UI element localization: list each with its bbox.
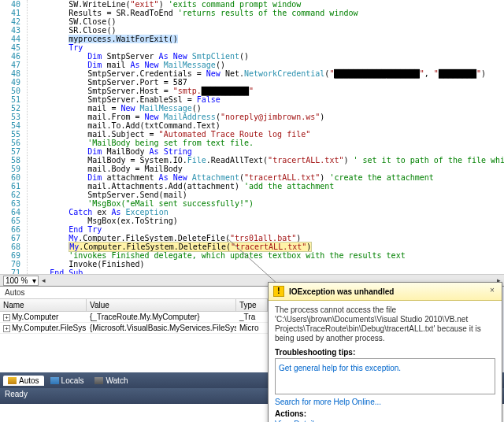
code-line[interactable]: Try	[31, 43, 504, 52]
autos-icon	[8, 377, 17, 384]
tips-link[interactable]: Get general help for this exception.	[279, 364, 491, 372]
code-line[interactable]: 'MsgBox("eMail sent successfully!")	[31, 199, 504, 208]
line-number-gutter: 4041424344454647484950515253545556575859…	[0, 0, 28, 274]
autos-row[interactable]: +My.Computer{_TraceRoute.My.MyComputer}_…	[0, 312, 268, 323]
code-editor[interactable]: 4041424344454647484950515253545556575859…	[0, 0, 504, 274]
warning-icon	[273, 286, 284, 297]
code-line[interactable]: mail.Subject = "Automated Trace Route lo…	[31, 130, 504, 139]
code-line[interactable]: SW.Close()	[31, 17, 504, 26]
tab-autos[interactable]: Autos	[3, 376, 44, 386]
code-line[interactable]: Dim attachment As New Attachment("tracer…	[31, 173, 504, 182]
col-name[interactable]: Name	[0, 299, 87, 311]
tab-locals[interactable]: Locals	[46, 376, 89, 386]
expand-icon[interactable]: +	[3, 314, 10, 321]
close-icon[interactable]: ×	[487, 287, 497, 296]
status-text: Ready	[5, 390, 28, 398]
col-type[interactable]: Type	[236, 299, 268, 311]
code-line[interactable]: End Sub	[31, 268, 504, 274]
expand-icon[interactable]: +	[3, 325, 10, 332]
tips-box[interactable]: Get general help for this exception.	[275, 358, 495, 394]
autos-header-row: Name Value Type	[0, 298, 268, 312]
chevron-down-icon: ▾	[32, 276, 36, 285]
watch-icon	[94, 377, 103, 384]
code-line[interactable]: SmtpServer.Credentials = New Net.Network…	[31, 69, 504, 78]
code-line[interactable]: Invoke(Finished)	[31, 260, 504, 268]
nav-left-icon[interactable]: ◂	[42, 276, 46, 284]
code-line[interactable]: Dim SmtpServer As New SmtpClient()	[31, 52, 504, 61]
code-line[interactable]: 'MailBody being set from text file.	[31, 139, 504, 147]
code-line[interactable]: 'invokes Finished delegate, which update…	[31, 251, 504, 260]
code-area[interactable]: SW.WriteLine("exit") 'exits command prom…	[28, 0, 504, 274]
code-line[interactable]: mail.To.Add(txtCommand.Text)	[31, 121, 504, 130]
code-line[interactable]: mail.Body = MailBody	[31, 165, 504, 173]
code-line[interactable]: SmtpServer.Port = 587	[31, 78, 504, 87]
code-line[interactable]: End Try	[31, 225, 504, 234]
code-line[interactable]: mail = New MailMessage()	[31, 104, 504, 113]
search-help-link[interactable]: Search for more Help Online...	[275, 398, 495, 406]
col-value[interactable]: Value	[87, 299, 236, 311]
autos-title: Autos	[0, 287, 268, 298]
code-line[interactable]: Catch ex As Exception	[31, 208, 504, 217]
code-line[interactable]: mail.From = New MailAddress("noreply@jim…	[31, 113, 504, 121]
code-line[interactable]: ➤ My.Computer.FileSystem.DeleteFile("tra…	[31, 242, 504, 251]
code-line[interactable]: SR.Close()	[31, 26, 504, 35]
code-line[interactable]: myprocess.WaitForExit()	[31, 35, 504, 43]
autos-row[interactable]: +My.Computer.FileSys{Microsoft.VisualBas…	[0, 323, 268, 334]
code-line[interactable]: Dim MailBody As String	[31, 147, 504, 156]
exception-title: IOException was unhandled	[289, 287, 483, 296]
locals-icon	[50, 377, 59, 384]
code-line[interactable]: MailBody = System.IO.File.ReadAllText("t…	[31, 156, 504, 165]
code-line[interactable]: SW.WriteLine("exit") 'exits command prom…	[31, 0, 504, 9]
code-line[interactable]: Results = SR.ReadToEnd 'returns results …	[31, 9, 504, 17]
code-line[interactable]: MsgBox(ex.ToString)	[31, 217, 504, 225]
autos-panel: Autos Name Value Type +My.Computer{_Trac…	[0, 286, 268, 372]
exception-popup: IOException was unhandled × The process …	[268, 282, 502, 422]
tips-header: Troubleshooting tips:	[275, 348, 495, 357]
exception-message: The process cannot access the file 'C:\U…	[275, 305, 495, 343]
zoom-value: 100 %	[6, 276, 28, 285]
actions-header: Actions:	[275, 409, 495, 418]
code-line[interactable]: SmtpServer.Host = "smtp.██████████"	[31, 87, 504, 95]
code-line[interactable]: SmtpServer.EnableSsl = False	[31, 95, 504, 104]
code-line[interactable]: mail.Attachments.Add(attachment) 'add th…	[31, 182, 504, 191]
code-line[interactable]: Dim mail As New MailMessage()	[31, 61, 504, 69]
tab-watch[interactable]: Watch	[90, 376, 132, 386]
code-line[interactable]: SmtpServer.Send(mail)	[31, 191, 504, 199]
zoom-combo[interactable]: 100 %▾	[3, 276, 39, 286]
exception-header: IOException was unhandled ×	[269, 283, 502, 301]
